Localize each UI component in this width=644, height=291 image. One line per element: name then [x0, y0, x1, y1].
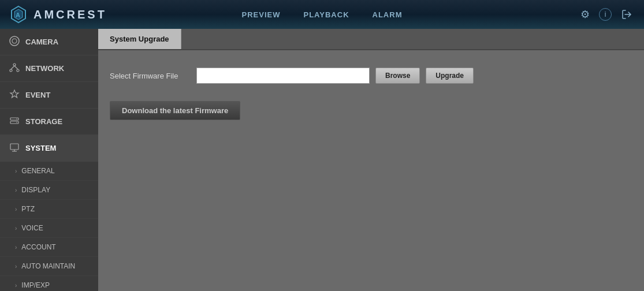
system-icon [9, 142, 20, 154]
svg-point-5 [10, 69, 12, 72]
sidebar-item-imp-exp[interactable]: › IMP/EXP [0, 276, 98, 291]
svg-line-7 [11, 66, 14, 69]
sidebar-item-auto-maintain[interactable]: › AUTO MAINTAIN [0, 257, 98, 276]
storage-icon [9, 115, 20, 128]
content-area: System Upgrade Select Firmware File Brow… [98, 29, 644, 291]
chevron-icon: › [15, 244, 17, 251]
tab-bar: System Upgrade [98, 29, 644, 50]
sidebar-event-label: EVENT [25, 91, 50, 99]
logo: A AMCREST [9, 5, 107, 24]
header: A AMCREST PREVIEW PLAYBACK ALARM ⚙ i [0, 0, 644, 29]
nav-alarm[interactable]: ALARM [373, 10, 403, 19]
content-body: Select Firmware File Browse Upgrade Down… [98, 50, 644, 291]
upgrade-button[interactable]: Upgrade [426, 68, 474, 84]
sidebar-item-event[interactable]: EVENT [0, 82, 98, 109]
main-layout: CAMERA NETWORK EVENT [0, 29, 644, 291]
svg-point-12 [16, 122, 17, 123]
voice-label: VOICE [21, 224, 43, 232]
sidebar-network-label: NETWORK [25, 64, 64, 73]
download-firmware-button[interactable]: Download the latest Firmware [110, 101, 240, 120]
chevron-icon: › [15, 187, 17, 193]
nav-playback[interactable]: PLAYBACK [304, 10, 349, 19]
chevron-icon: › [15, 206, 17, 212]
firmware-file-label: Select Firmware File [110, 72, 191, 80]
download-firmware-row: Download the latest Firmware [110, 101, 632, 120]
sidebar-system-label: SYSTEM [25, 144, 56, 152]
account-label: ACCOUNT [21, 243, 55, 251]
header-actions: ⚙ i [578, 6, 635, 23]
firmware-file-row: Select Firmware File Browse Upgrade [110, 68, 632, 84]
camera-icon [9, 36, 20, 48]
chevron-icon: › [15, 282, 17, 289]
amcrest-logo-icon: A [9, 5, 28, 24]
svg-point-3 [10, 36, 19, 46]
sidebar-item-display[interactable]: › DISPLAY [0, 181, 98, 200]
event-icon [9, 89, 20, 101]
auto-maintain-label: AUTO MAINTAIN [21, 262, 75, 270]
display-label: DISPLAY [21, 186, 50, 194]
network-icon [9, 62, 20, 74]
logo-text: AMCREST [33, 8, 107, 21]
firmware-file-input[interactable] [196, 68, 370, 84]
svg-rect-10 [10, 121, 18, 124]
sidebar-item-system[interactable]: SYSTEM [0, 135, 98, 162]
chevron-icon: › [15, 168, 17, 174]
info-icon[interactable]: i [599, 8, 612, 21]
sidebar-camera-label: CAMERA [25, 38, 58, 46]
browse-button[interactable]: Browse [375, 68, 420, 84]
sidebar-item-general[interactable]: › GENERAL [0, 162, 98, 181]
svg-point-4 [13, 64, 16, 66]
svg-line-8 [14, 66, 18, 69]
sidebar-item-network[interactable]: NETWORK [0, 55, 98, 82]
sidebar-item-voice[interactable]: › VOICE [0, 219, 98, 238]
imp-exp-label: IMP/EXP [21, 281, 50, 289]
sidebar-storage-label: STORAGE [25, 117, 62, 126]
logout-icon[interactable] [619, 6, 635, 23]
sidebar-item-storage[interactable]: STORAGE [0, 109, 98, 135]
svg-rect-13 [10, 144, 18, 150]
tab-system-upgrade[interactable]: System Upgrade [98, 29, 181, 49]
sidebar: CAMERA NETWORK EVENT [0, 29, 98, 291]
sidebar-item-account[interactable]: › ACCOUNT [0, 238, 98, 257]
general-label: GENERAL [21, 167, 54, 175]
chevron-icon: › [15, 263, 17, 270]
main-nav: PREVIEW PLAYBACK ALARM [242, 10, 403, 19]
svg-rect-9 [10, 118, 18, 120]
svg-point-6 [17, 69, 19, 72]
svg-point-11 [16, 118, 17, 120]
chevron-icon: › [15, 225, 17, 232]
sidebar-item-ptz[interactable]: › PTZ [0, 200, 98, 219]
settings-icon[interactable]: ⚙ [578, 6, 592, 23]
svg-text:A: A [16, 12, 20, 18]
sidebar-item-camera[interactable]: CAMERA [0, 29, 98, 55]
nav-preview[interactable]: PREVIEW [242, 10, 281, 19]
ptz-label: PTZ [21, 205, 35, 213]
